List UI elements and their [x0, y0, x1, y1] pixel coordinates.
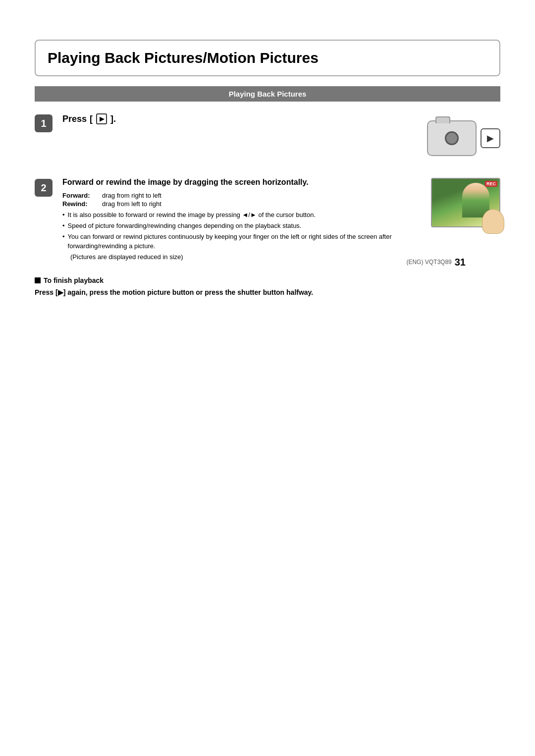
finish-section: To finish playback Press [▶] again, pres… [35, 276, 500, 298]
bullet-3-text: You can forward or rewind pictures conti… [68, 232, 421, 250]
step-2-title: Forward or rewind the image by dragging … [62, 178, 421, 187]
camera-lens [445, 131, 459, 145]
photo-badge: REC [485, 181, 497, 187]
step-1-content: Press [▶]. [62, 113, 411, 124]
bullet-3: You can forward or rewind pictures conti… [62, 232, 421, 250]
finish-body: Press [▶] again, press the motion pictur… [35, 287, 500, 298]
step-1-row: 1 Press [▶]. ▶ [35, 113, 500, 163]
page-number: 31 [455, 257, 466, 268]
camera-body [427, 120, 477, 156]
step-2-number: 2 [35, 179, 53, 197]
section-header: Playing Back Pictures [35, 86, 500, 102]
forward-value: drag from right to left [102, 192, 161, 199]
step-2-content: Forward or rewind the image by dragging … [62, 178, 421, 262]
photo-hand [482, 209, 504, 234]
play-button-inline: ▶ [96, 113, 107, 124]
page-title: Playing Back Pictures/Motion Pictures [48, 50, 487, 66]
photo-illustration: REC [431, 178, 500, 227]
bullet-2: Speed of picture forwarding/rewinding ch… [62, 221, 421, 230]
bullet-1-text: It is also possible to forward or rewind… [68, 211, 316, 219]
forward-row: Forward: drag from right to left [62, 192, 421, 199]
bracket-open: [ [90, 114, 93, 124]
forward-rewind-table: Forward: drag from right to left Rewind:… [62, 192, 421, 208]
forward-label: Forward: [62, 192, 102, 199]
step-1-number: 1 [35, 114, 53, 132]
step-1-press-line: Press [▶]. [62, 113, 411, 124]
step-2-image: REC [431, 178, 500, 227]
black-square-icon [35, 277, 41, 283]
rewind-label: Rewind: [62, 200, 102, 208]
eng-label: (ENG) VQT3Q89 [406, 259, 451, 266]
finish-body-text: Press [▶] again, press the motion pictur… [35, 288, 313, 296]
camera-bump [435, 116, 450, 123]
step-2-row: 2 Forward or rewind the image by draggin… [35, 178, 500, 262]
title-box: Playing Back Pictures/Motion Pictures [35, 40, 500, 76]
sub-note: (Pictures are displayed reduced in size) [70, 253, 421, 262]
rewind-row: Rewind: drag from left to right [62, 200, 421, 208]
finish-header-label: To finish playback [44, 276, 104, 284]
finish-header: To finish playback [35, 276, 500, 284]
step-1-image: ▶ [421, 113, 500, 163]
press-label: Press [62, 114, 87, 124]
step-2-bullets: It is also possible to forward or rewind… [62, 211, 421, 251]
bullet-2-text: Speed of picture forwarding/rewinding ch… [68, 221, 302, 230]
rewind-value: drag from left to right [102, 200, 161, 208]
play-button-illustration: ▶ [481, 128, 500, 148]
camera-illustration: ▶ [421, 113, 500, 163]
bullet-1: It is also possible to forward or rewind… [62, 211, 421, 219]
bracket-close: ]. [110, 114, 116, 124]
footer: (ENG) VQT3Q89 31 [406, 257, 466, 268]
